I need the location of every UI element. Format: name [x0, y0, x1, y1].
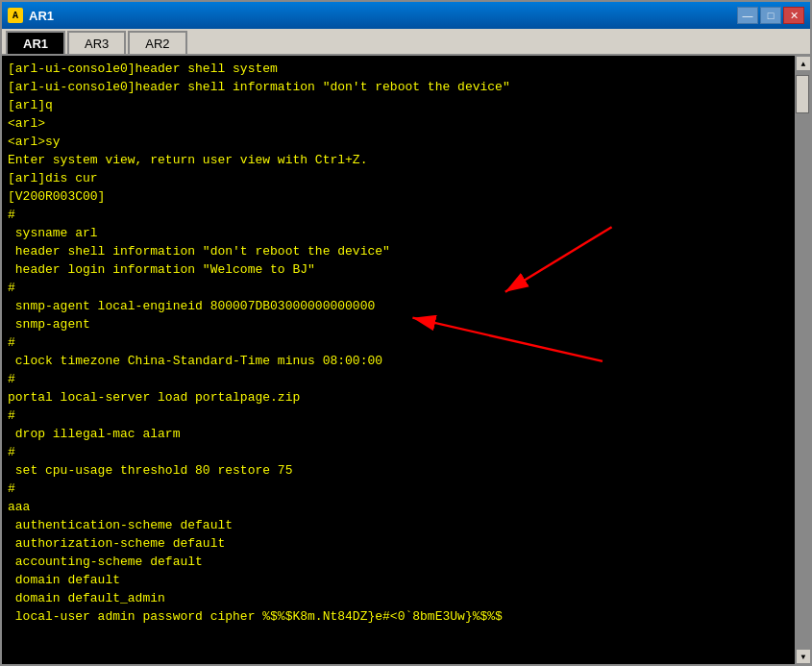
terminal-line: header login information "Welcome to BJ" — [8, 260, 789, 279]
window-title: AR1 — [29, 9, 54, 23]
terminal-content[interactable]: [arl-ui-console0]header shell system[arl… — [2, 56, 795, 664]
window-icon: A — [8, 8, 23, 23]
title-bar-left: A AR1 — [8, 8, 54, 23]
terminal-line: # — [8, 370, 789, 388]
terminal-line: domain default_admin — [8, 589, 789, 607]
terminal-line: # — [8, 206, 789, 224]
scrollbar[interactable]: ▲ ▼ — [795, 56, 810, 664]
minimize-button[interactable]: — — [737, 7, 758, 24]
terminal-line: local-user admin password cipher %$%$K8m… — [8, 607, 789, 626]
terminal-line: <arl> — [8, 114, 789, 133]
terminal-container: [arl-ui-console0]header shell system[arl… — [2, 56, 810, 664]
terminal-line: [arl-ui-console0]header shell informatio… — [8, 78, 789, 96]
title-bar: A AR1 — □ ✕ — [2, 2, 810, 29]
terminal-line: [arl]q — [8, 96, 789, 114]
close-button[interactable]: ✕ — [783, 7, 804, 24]
terminal-line: # — [8, 279, 789, 297]
tab-AR3[interactable]: AR3 — [67, 31, 126, 54]
terminal-line: accounting-scheme default — [8, 553, 789, 571]
restore-button[interactable]: □ — [760, 7, 781, 24]
terminal-line: authentication-scheme default — [8, 516, 789, 534]
terminal-line: set cpu-usage threshold 80 restore 75 — [8, 461, 789, 480]
tab-AR2[interactable]: AR2 — [128, 31, 186, 54]
scroll-track — [796, 71, 810, 649]
terminal-line: Enter system view, return user view with… — [8, 151, 789, 169]
terminal-line: header shell information "don't reboot t… — [8, 242, 789, 260]
scroll-thumb[interactable] — [796, 75, 809, 113]
terminal-line: clock timezone China-Standard-Time minus… — [8, 352, 789, 370]
terminal-line: [V200R003C00] — [8, 187, 789, 206]
terminal-line: snmp-agent — [8, 315, 789, 333]
tab-bar: AR1 AR3 AR2 — [2, 29, 810, 56]
terminal-line: sysname arl — [8, 224, 789, 242]
terminal-output: [arl-ui-console0]header shell system[arl… — [8, 60, 789, 626]
terminal-line: # — [8, 407, 789, 425]
title-bar-buttons: — □ ✕ — [737, 7, 804, 24]
terminal-line: # — [8, 443, 789, 461]
terminal-line: <arl>sy — [8, 133, 789, 151]
main-window: A AR1 — □ ✕ AR1 AR3 AR2 [arl-ui-console0… — [0, 0, 812, 666]
tab-AR1[interactable]: AR1 — [6, 31, 65, 54]
terminal-line: [arl-ui-console0]header shell system — [8, 60, 789, 78]
terminal-line: drop illegal-mac alarm — [8, 425, 789, 443]
scroll-up-button[interactable]: ▲ — [796, 56, 810, 71]
terminal-line: [arl]dis cur — [8, 169, 789, 187]
terminal-line: # — [8, 333, 789, 352]
terminal-line: aaa — [8, 498, 789, 516]
terminal-line: authorization-scheme default — [8, 534, 789, 553]
terminal-line: portal local-server load portalpage.zip — [8, 388, 789, 407]
scroll-down-button[interactable]: ▼ — [796, 649, 810, 664]
terminal-line: # — [8, 480, 789, 498]
terminal-line: domain default — [8, 571, 789, 589]
terminal-line: snmp-agent local-engineid 800007DB030000… — [8, 297, 789, 315]
